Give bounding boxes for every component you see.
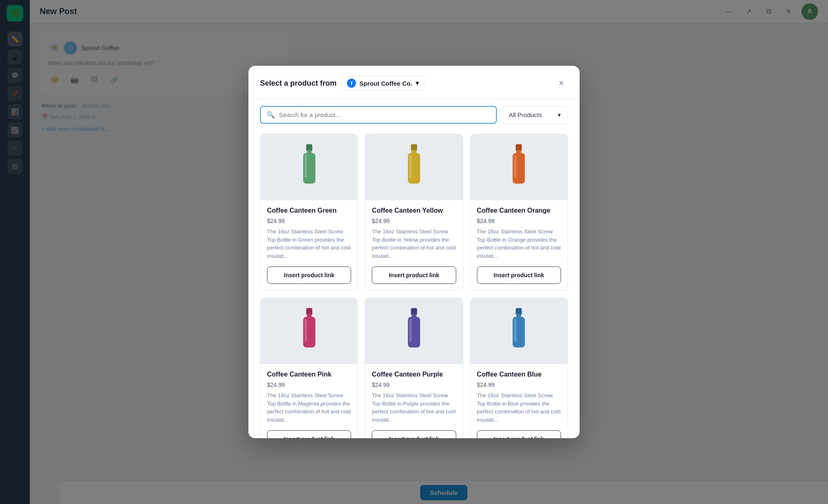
product-image [470, 298, 568, 364]
source-name: Sprout Coffee Co. [359, 80, 412, 87]
product-card: Coffee Canteen Orange $24.99 The 16oz St… [470, 134, 568, 291]
insert-product-link-button[interactable]: Insert product link [372, 266, 456, 284]
modal-toolbar: 🔍 All Products ▾ [248, 99, 580, 130]
product-description: The 16oz Stainless Steel Screw Top Bottl… [267, 228, 351, 260]
product-price: $24.99 [267, 218, 351, 224]
product-info: Coffee Canteen Green $24.99 The 16oz Sta… [260, 200, 358, 266]
modal-title-group: Select a product from f Sprout Coffee Co… [260, 76, 424, 91]
products-grid: Coffee Canteen Green $24.99 The 16oz Sta… [260, 134, 568, 438]
svg-rect-19 [409, 319, 412, 341]
product-card: Coffee Canteen Blue $24.99 The 16oz Stai… [470, 298, 568, 438]
modal-close-button[interactable]: × [555, 77, 568, 90]
product-price: $24.99 [372, 218, 456, 224]
modal-overlay: Select a product from f Sprout Coffee Co… [0, 0, 828, 504]
product-card: Coffee Canteen Green $24.99 The 16oz Sta… [260, 134, 358, 291]
product-image [365, 134, 462, 200]
product-description: The 16oz Stainless Steel Screw Top Bottl… [372, 391, 456, 424]
product-name: Coffee Canteen Pink [267, 371, 351, 378]
insert-product-link-button[interactable]: Insert product link [372, 430, 456, 438]
insert-product-link-button[interactable]: Insert product link [267, 266, 351, 284]
search-icon: 🔍 [267, 111, 275, 119]
svg-rect-11 [514, 155, 517, 178]
product-info: Coffee Canteen Purple $24.99 The 16oz St… [365, 364, 462, 430]
source-selector[interactable]: f Sprout Coffee Co. ▾ [342, 76, 424, 91]
product-image [260, 134, 358, 200]
product-price: $24.99 [477, 382, 561, 388]
product-image [470, 134, 568, 200]
product-price: $24.99 [477, 218, 561, 224]
product-name: Coffee Canteen Orange [477, 207, 561, 214]
filter-chevron: ▾ [558, 111, 561, 119]
insert-product-link-button[interactable]: Insert product link [267, 430, 351, 438]
product-image [260, 298, 358, 364]
filter-label: All Products [509, 111, 542, 118]
product-card: Coffee Canteen Purple $24.99 The 16oz St… [365, 298, 463, 438]
product-description: The 16oz Stainless Steel Screw Top Bottl… [267, 391, 351, 424]
insert-product-link-button[interactable]: Insert product link [477, 430, 561, 438]
product-name: Coffee Canteen Purple [372, 371, 456, 378]
product-description: The 16oz Stainless Steel Screw Top Bottl… [477, 391, 561, 424]
svg-rect-23 [514, 319, 517, 341]
product-description: The 16oz Stainless Steel Screw Top Bottl… [477, 228, 561, 260]
product-name: Coffee Canteen Yellow [372, 207, 456, 214]
product-info: Coffee Canteen Blue $24.99 The 16oz Stai… [470, 364, 568, 430]
product-image [365, 298, 462, 364]
product-card: Coffee Canteen Pink $24.99 The 16oz Stai… [260, 298, 358, 438]
modal-title: Select a product from [260, 79, 337, 88]
modal-body: Coffee Canteen Green $24.99 The 16oz Sta… [248, 130, 580, 438]
product-info: Coffee Canteen Pink $24.99 The 16oz Stai… [260, 364, 358, 430]
modal-header: Select a product from f Sprout Coffee Co… [248, 66, 580, 99]
search-input[interactable] [279, 111, 490, 118]
product-card: Coffee Canteen Yellow $24.99 The 16oz St… [365, 134, 463, 291]
product-name: Coffee Canteen Green [267, 207, 351, 214]
svg-rect-7 [409, 155, 412, 178]
product-info: Coffee Canteen Orange $24.99 The 16oz St… [470, 200, 568, 266]
insert-product-link-button[interactable]: Insert product link [477, 266, 561, 284]
filter-dropdown[interactable]: All Products ▾ [502, 106, 568, 124]
svg-rect-15 [305, 319, 307, 341]
product-description: The 16oz Stainless Steel Screw Top Bottl… [372, 228, 456, 260]
product-info: Coffee Canteen Yellow $24.99 The 16oz St… [365, 200, 462, 266]
product-select-modal: Select a product from f Sprout Coffee Co… [248, 66, 580, 438]
product-price: $24.99 [372, 382, 456, 388]
svg-rect-3 [305, 155, 307, 178]
search-box: 🔍 [260, 106, 497, 124]
source-chevron: ▾ [416, 79, 419, 87]
product-name: Coffee Canteen Blue [477, 371, 561, 378]
facebook-icon: f [347, 79, 356, 88]
product-price: $24.99 [267, 382, 351, 388]
